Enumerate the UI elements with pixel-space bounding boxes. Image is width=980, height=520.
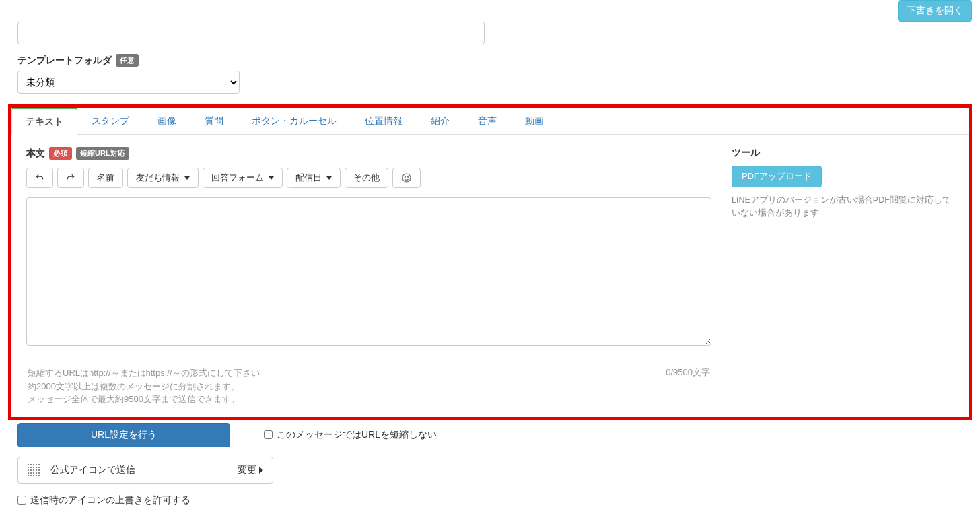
highlighted-region: テキスト スタンプ 画像 質問 ボタン・カルーセル 位置情報 紹介 音声 動画 …	[8, 104, 972, 420]
insert-friend-info-button[interactable]: 友だち情報	[127, 168, 199, 188]
no-shorten-checkbox[interactable]	[264, 430, 273, 439]
emoji-button[interactable]	[392, 168, 421, 188]
icon-send-label: 公式アイコンで送信	[50, 464, 135, 476]
no-shorten-row[interactable]: このメッセージではURLを短縮しない	[264, 429, 437, 441]
template-folder-select[interactable]: 未分類	[18, 71, 240, 94]
chevron-down-icon	[269, 176, 274, 180]
answer-form-label: 回答フォーム	[211, 172, 264, 184]
template-folder-text: テンプレートフォルダ	[18, 55, 112, 67]
open-draft-button[interactable]: 下書きを開く	[898, 0, 972, 22]
hint-split: 約2000文字以上は複数のメッセージに分割されます。	[28, 380, 260, 393]
undo-icon	[35, 173, 44, 183]
tab-location[interactable]: 位置情報	[351, 108, 417, 135]
insert-other-button[interactable]: その他	[345, 168, 388, 188]
tools-heading: ツール	[732, 147, 954, 159]
redo-icon	[66, 173, 75, 183]
friend-info-label: 友だち情報	[136, 172, 180, 184]
chevron-down-icon	[184, 176, 190, 180]
short-url-badge: 短縮URL対応	[76, 147, 129, 160]
change-icon-link[interactable]: 変更	[238, 464, 263, 476]
undo-button[interactable]	[26, 168, 53, 188]
insert-name-button[interactable]: 名前	[88, 168, 123, 188]
grid-icon	[28, 464, 40, 476]
allow-override-checkbox[interactable]	[18, 496, 26, 505]
change-label: 変更	[238, 464, 256, 476]
url-settings-button[interactable]: URL設定を行う	[18, 423, 230, 447]
chevron-down-icon	[326, 176, 332, 180]
svg-point-2	[407, 176, 408, 177]
tab-video[interactable]: 動画	[511, 108, 558, 135]
char-count: 0/9500文字	[666, 366, 710, 379]
message-body-textarea[interactable]	[26, 197, 711, 346]
insert-delivery-date-button[interactable]: 配信日	[287, 168, 341, 188]
delivery-date-label: 配信日	[295, 172, 322, 184]
body-label: 本文	[26, 148, 45, 160]
pdf-note: LINEアプリのバージョンが古い場合PDF閲覧に対応していない場合があります	[732, 194, 954, 220]
icon-send-box: 公式アイコンで送信 変更	[18, 457, 273, 484]
optional-badge: 任意	[116, 54, 139, 67]
editor-toolbar: 名前 友だち情報 回答フォーム 配信日 その他	[26, 168, 711, 188]
tab-audio[interactable]: 音声	[464, 108, 511, 135]
tab-button-carousel[interactable]: ボタン・カルーセル	[238, 108, 351, 135]
hint-max: メッセージ全体で最大約9500文字まで送信できます。	[28, 393, 260, 406]
svg-point-0	[403, 174, 411, 182]
required-badge: 必須	[49, 147, 72, 160]
tab-image[interactable]: 画像	[143, 108, 190, 135]
svg-point-1	[405, 176, 405, 177]
template-folder-label: テンプレートフォルダ 任意	[4, 54, 976, 71]
content-type-tabs: テキスト スタンプ 画像 質問 ボタン・カルーセル 位置情報 紹介 音声 動画	[11, 108, 969, 135]
body-hints: 短縮するURLはhttp://～またはhttps://～の形式にして下さい 約2…	[28, 366, 260, 406]
tab-question[interactable]: 質問	[190, 108, 238, 135]
title-input[interactable]	[18, 22, 485, 44]
tab-text[interactable]: テキスト	[11, 108, 77, 135]
tab-introduction[interactable]: 紹介	[417, 108, 464, 135]
insert-answer-form-button[interactable]: 回答フォーム	[203, 168, 283, 188]
tab-stamp[interactable]: スタンプ	[77, 108, 143, 135]
allow-override-row[interactable]: 送信時のアイコンの上書きを許可する	[18, 494, 963, 507]
no-shorten-label: このメッセージではURLを短縮しない	[277, 429, 437, 441]
pdf-upload-button[interactable]: PDFアップロード	[732, 166, 822, 187]
hint-url-format: 短縮するURLはhttp://～またはhttps://～の形式にして下さい	[28, 366, 260, 380]
allow-override-label: 送信時のアイコンの上書きを許可する	[30, 494, 190, 507]
redo-button[interactable]	[57, 168, 84, 188]
emoji-icon	[401, 172, 412, 183]
chevron-right-icon	[259, 467, 263, 474]
